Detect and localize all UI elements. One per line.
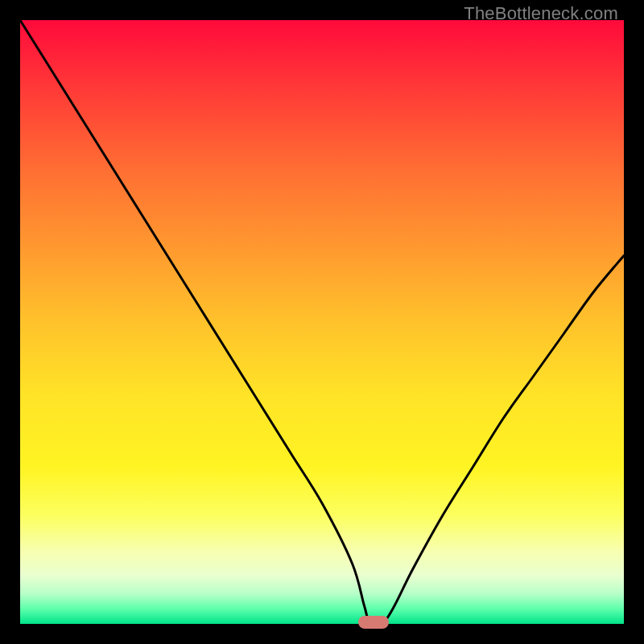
curve-path [20, 20, 624, 626]
chart-frame [20, 20, 624, 624]
watermark-text: TheBottleneck.com [464, 3, 618, 24]
bottleneck-curve [20, 20, 624, 624]
optimal-marker [358, 616, 389, 629]
